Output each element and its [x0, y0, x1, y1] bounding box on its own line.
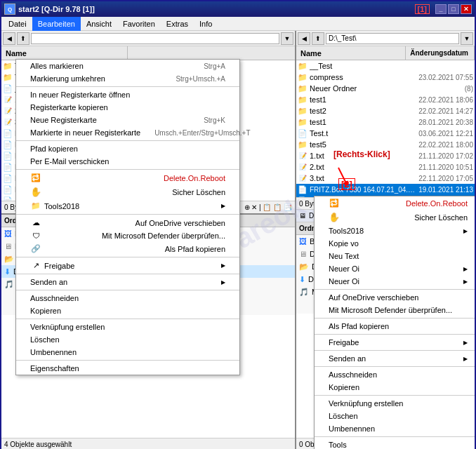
rctx-verknuepfung[interactable]: Verknüpfung erstellen: [315, 397, 475, 410]
ctx-verknuepfung-erstellen[interactable]: Verknüpfung erstellen: [16, 321, 239, 333]
file-row[interactable]: 📁 test1 22.02.2021 18:06: [296, 94, 475, 105]
folder-icon: 📁: [3, 72, 13, 82]
rctx-tools[interactable]: Tools: [315, 438, 475, 449]
rctx-umbenennen[interactable]: Umbenennen: [315, 422, 475, 435]
file-row[interactable]: 📁 test2 22.02.2021 14:27: [296, 105, 475, 116]
ctx-markierung-umkehren[interactable]: Markierung umkehren Strg+Umsch.+A: [16, 72, 239, 85]
file-icon: 📄: [3, 128, 13, 138]
ctx-als-pfad-kopieren[interactable]: 🔗 Als Pfad kopieren: [16, 242, 239, 255]
menu-favoriten[interactable]: Favoriten: [117, 17, 161, 31]
ctx-registerkarte-kopieren[interactable]: Registerkarte kopieren: [16, 101, 239, 114]
ctx-separator: [315, 436, 475, 437]
ctx-umbenennen[interactable]: Umbenennen: [16, 346, 239, 358]
left-col-header: Name: [1, 46, 295, 60]
menu-extras[interactable]: Extras: [161, 17, 194, 31]
maximize-button[interactable]: □: [448, 4, 459, 14]
right-context-menu: 🔁 Delete.On.Reboot ✋ Sicher Löschen Tool…: [314, 196, 475, 449]
file-row[interactable]: 📝 3.txt 22.11.2020 17:05: [296, 173, 475, 184]
ctx-loeschen[interactable]: Löschen: [16, 333, 239, 346]
ctx-kopieren[interactable]: Kopieren: [16, 304, 239, 317]
rctx-onedrive[interactable]: Auf OneDrive verschieben: [315, 291, 475, 304]
folder-icon: 📂: [299, 262, 309, 272]
rctx-freigabe[interactable]: Freigabe ▶: [315, 336, 475, 349]
ctx-ausschneiden[interactable]: Ausschneiden: [16, 292, 239, 304]
rctx-kopieren[interactable]: Kopieren: [315, 381, 475, 394]
main-window: Q start2 [Q-Dir 9.78 [1]] [1] _ □ ✕ Date…: [0, 0, 476, 449]
file-icon: 📄: [3, 162, 13, 172]
menu-info[interactable]: Info: [194, 17, 218, 31]
left-toolbar: ◀ ⬆ ▼: [1, 31, 295, 46]
folder-icon: 📂: [4, 255, 14, 264]
file-row[interactable]: 📄 FRITZ.Box 7530 164.07.21_04.01.21_... …: [296, 184, 475, 195]
file-icon: 📄: [3, 196, 13, 201]
ctx-tools2018[interactable]: 📁 Tools2018 ▶: [16, 199, 239, 213]
ctx-pfad-kopieren[interactable]: Pfad kopieren: [16, 142, 239, 155]
ctx-senden-an[interactable]: Senden an ▶: [16, 276, 239, 288]
file-row[interactable]: 📝 2.txt 21.11.2020 10:51: [296, 161, 475, 173]
menu-datei[interactable]: Datei: [3, 17, 32, 31]
ctx-sicher-loeschen[interactable]: ✋ Sicher Löschen: [16, 185, 239, 199]
folder-icon: 📁: [298, 106, 308, 116]
file-row[interactable]: 📁 Neuer Ordner (8): [296, 83, 475, 94]
rctx-neuer-oi[interactable]: Neuer Oi ▶: [315, 262, 475, 275]
ctx-defender[interactable]: 🛡 Mit Microsoft Defender überprüfen...: [16, 229, 239, 242]
left-bottom-status: 4 Objekte ausgewählt: [1, 438, 295, 449]
onedrive-icon: ☁: [30, 218, 41, 227]
right-address-bar[interactable]: D:\_Test\: [326, 33, 459, 44]
rctx-neu-text[interactable]: Neu Text: [315, 250, 475, 262]
file-icon: 📄: [298, 185, 308, 194]
rctx-neuer-oi2[interactable]: Neuer Oi ▶: [315, 275, 475, 288]
right-col-date: Änderungsdatum: [406, 46, 475, 60]
tools-folder-icon: 📁: [30, 201, 41, 210]
ctx-email-verschicken[interactable]: Per E-Mail verschicken: [16, 155, 239, 168]
right-col-name: Name: [296, 46, 406, 60]
ctx-markierte-registerkarte[interactable]: Markierte in neuer Registerkarte Umsch.+…: [16, 126, 239, 139]
folder-icon: 📁: [3, 61, 13, 71]
rctx-defender[interactable]: Mit Microsoft Defender überprüfen...: [315, 304, 475, 316]
file-row[interactable]: 📁 compress 23.02.2021 07:55: [296, 72, 475, 83]
ctx-delete-on-reboot[interactable]: 🔁 Delete.On.Reboot: [16, 171, 239, 185]
rctx-kopie-vo[interactable]: Kopie vo: [315, 237, 475, 250]
file-icon: 📄: [3, 151, 13, 161]
rctx-sicher-loeschen[interactable]: ✋ Sicher Löschen: [315, 210, 475, 224]
txt-icon: 📝: [3, 117, 13, 127]
rctx-als-pfad[interactable]: Als Pfad kopieren: [315, 320, 475, 333]
ctx-neue-registerkarte-oeffnen[interactable]: In neuer Registerkarte öffnen: [16, 88, 239, 101]
rctx-tools2018[interactable]: Tools2018 ▶: [315, 224, 475, 237]
file-row[interactable]: 📁 test1 28.01.2021 20:38: [296, 116, 475, 128]
right-btn2[interactable]: ⬆: [312, 32, 324, 45]
rctx-delete-on-reboot[interactable]: 🔁 Delete.On.Reboot: [315, 196, 475, 210]
folder-icon: 📁: [298, 140, 308, 149]
rctx-loeschen[interactable]: Löschen: [315, 410, 475, 422]
file-row[interactable]: 📁 __Test: [296, 60, 475, 72]
menu-bearbeiten[interactable]: Bearbeiten: [32, 17, 81, 31]
folder-icon: 🖼: [299, 237, 307, 246]
left-toolbar-btn2[interactable]: ⬆: [17, 32, 29, 45]
menu-ansicht[interactable]: Ansicht: [81, 17, 117, 31]
close-button[interactable]: ✕: [461, 4, 472, 14]
submenu-arrow: ▶: [221, 203, 225, 209]
right-file-list[interactable]: 📁 __Test 📁 compress 23.02.2021 07:55 📁 N…: [296, 60, 475, 197]
downloads-icon: ⬇: [4, 267, 11, 276]
ctx-freigabe[interactable]: ↗ Freigabe ▶: [16, 259, 239, 272]
right-toolbar: ◀ ⬆ D:\_Test\ ▼: [296, 31, 475, 46]
rctx-senden-an[interactable]: Senden an ▶: [315, 352, 475, 365]
folder-icon: 📁: [298, 83, 308, 93]
right-btn3[interactable]: ▼: [461, 32, 473, 45]
ctx-alles-markieren[interactable]: Alles markieren Strg+A: [16, 60, 239, 72]
right-path: D:\_Test\: [329, 34, 356, 42]
left-toolbar-btn1[interactable]: ◀: [3, 32, 15, 45]
rctx-ausschneiden[interactable]: Ausschneiden: [315, 368, 475, 381]
ctx-separator: [315, 334, 475, 335]
right-btn1[interactable]: ◀: [298, 32, 310, 45]
ctx-onedrive[interactable]: ☁ Auf OneDrive verschieben: [16, 216, 239, 229]
menu-bar: Datei Bearbeiten Ansicht Favoriten Extra…: [1, 17, 475, 31]
minimize-button[interactable]: _: [435, 4, 447, 14]
ctx-eigenschaften[interactable]: Eigenschaften: [16, 362, 239, 375]
left-toolbar-btn3[interactable]: ▼: [281, 32, 293, 45]
file-icon: 📄: [298, 196, 308, 197]
ctx-separator: [16, 290, 239, 290]
ctx-neue-registerkarte[interactable]: Neue Registerkarte Strg+K: [16, 114, 239, 126]
left-address-bar[interactable]: [31, 33, 279, 44]
file-row[interactable]: 📄 Test.t 03.06.2021 12:21: [296, 128, 475, 139]
